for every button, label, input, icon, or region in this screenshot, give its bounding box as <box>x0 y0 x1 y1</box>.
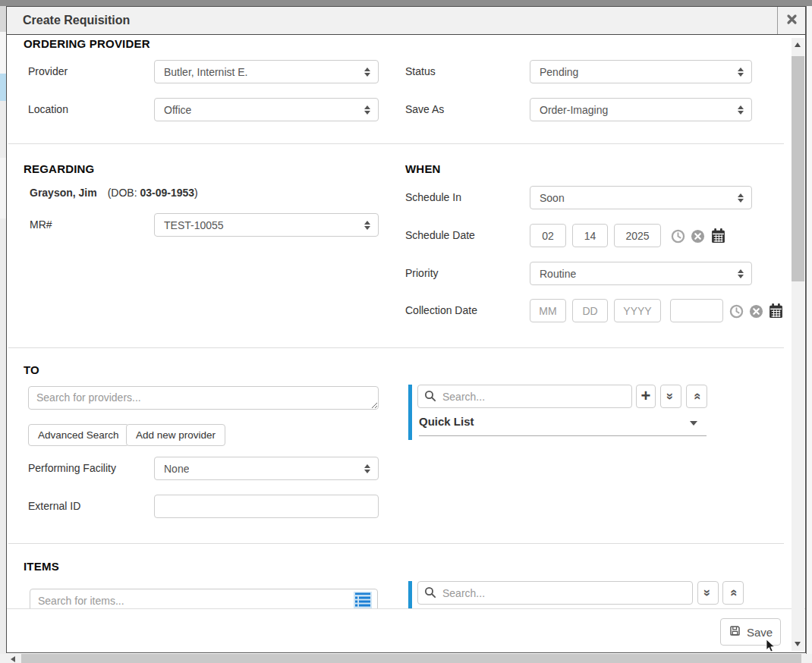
status-select-value: Pending <box>540 66 578 78</box>
save-as-select[interactable]: Order-Imaging <box>530 98 752 121</box>
provider-quick-search <box>417 385 632 408</box>
status-select[interactable]: Pending <box>530 60 752 83</box>
collection-month-input[interactable] <box>530 299 566 322</box>
double-chevron-down-icon: » <box>665 393 678 400</box>
section-divider <box>8 143 784 144</box>
caret-down-icon <box>690 421 697 426</box>
horizontal-scrollbar-thumb[interactable] <box>21 654 801 663</box>
select-arrows-icon <box>738 68 744 77</box>
close-button[interactable] <box>777 7 805 34</box>
schedule-date-label: Schedule Date <box>405 224 475 247</box>
collection-time-input[interactable] <box>670 299 723 322</box>
performing-facility-select[interactable]: None <box>154 457 379 480</box>
dob-prefix: (DOB: <box>108 187 137 199</box>
clock-icon[interactable] <box>671 229 685 244</box>
collapse-all-button[interactable]: » <box>686 385 707 408</box>
regarding-heading: REGARDING <box>24 162 94 175</box>
modal-vertical-scrollbar[interactable] <box>792 38 804 651</box>
performing-facility-select-value: None <box>164 463 189 475</box>
dob-suffix: ) <box>194 187 198 199</box>
calendar-icon[interactable] <box>710 228 726 244</box>
location-select-value: Office <box>164 104 191 116</box>
select-arrows-icon <box>364 221 370 230</box>
vertical-scrollbar-thumb[interactable] <box>792 56 804 281</box>
save-icon <box>729 624 741 639</box>
when-heading: WHEN <box>405 162 441 175</box>
page-left-blue-fragment <box>0 74 6 101</box>
double-chevron-down-icon: » <box>702 589 715 596</box>
page-top-strip <box>0 0 812 6</box>
mr-number-select-value: TEST-10055 <box>164 219 224 231</box>
page-left-fragment <box>0 158 6 218</box>
double-chevron-up-icon: » <box>727 589 740 596</box>
items-heading: ITEMS <box>24 560 59 573</box>
patient-info: Grayson, Jim(DOB: 03-09-1953) <box>30 187 198 199</box>
save-button-label: Save <box>747 626 773 639</box>
collection-day-input[interactable] <box>572 299 608 322</box>
save-button[interactable]: Save <box>720 618 781 646</box>
schedule-in-select[interactable]: Soon <box>530 186 752 209</box>
modal-footer: Save <box>7 608 805 652</box>
expand-all-button[interactable]: » <box>660 385 681 408</box>
modal-title: Create Requisition <box>23 7 130 34</box>
provider-select-value: Butler, Internist E. <box>164 66 248 78</box>
priority-select[interactable]: Routine <box>530 262 752 285</box>
item-quick-search <box>417 581 693 605</box>
provider-quick-search-input[interactable] <box>417 385 632 408</box>
page-right-strip <box>806 6 812 654</box>
advanced-search-button[interactable]: Advanced Search <box>28 424 129 446</box>
section-divider <box>8 347 784 348</box>
patient-name: Grayson, Jim <box>30 187 97 199</box>
calendar-icon[interactable] <box>768 303 784 319</box>
clock-icon[interactable] <box>729 304 744 319</box>
scroll-down-arrow-icon[interactable] <box>795 642 801 646</box>
external-id-input[interactable] <box>154 495 379 518</box>
external-id-label: External ID <box>28 495 80 518</box>
provider-label: Provider <box>28 60 68 83</box>
to-heading: TO <box>24 363 39 376</box>
quick-list-accent-bar <box>408 385 412 440</box>
double-chevron-up-icon: » <box>691 393 703 400</box>
dob-value: 03-09-1953 <box>140 187 194 199</box>
quick-list-label: Quick List <box>419 415 474 428</box>
schedule-year-input[interactable] <box>614 224 661 247</box>
collapse-all-button[interactable]: » <box>722 581 744 605</box>
schedule-day-input[interactable] <box>572 224 608 247</box>
scroll-up-arrow-icon[interactable] <box>795 42 801 47</box>
expand-all-button[interactable]: » <box>697 581 719 605</box>
mr-number-select[interactable]: TEST-10055 <box>154 213 379 237</box>
schedule-month-input[interactable] <box>530 224 566 247</box>
priority-label: Priority <box>405 262 439 285</box>
select-arrows-icon <box>738 193 744 203</box>
modal-body: ORDERING PROVIDER Provider Butler, Inter… <box>7 35 805 608</box>
collection-year-input[interactable] <box>614 299 661 322</box>
scroll-left-arrow-icon[interactable] <box>11 656 15 662</box>
item-list-icon[interactable] <box>354 592 372 608</box>
quick-list-header[interactable]: Quick List <box>419 415 707 436</box>
performing-facility-label: Performing Facility <box>28 457 116 480</box>
add-new-provider-button[interactable]: Add new provider <box>126 424 225 446</box>
section-divider <box>8 543 784 544</box>
close-icon <box>786 14 798 28</box>
ordering-provider-heading: ORDERING PROVIDER <box>24 37 150 50</box>
provider-select[interactable]: Butler, Internist E. <box>154 60 379 83</box>
clear-date-icon[interactable] <box>691 229 705 244</box>
item-quick-search-input[interactable] <box>417 581 693 605</box>
select-arrows-icon <box>364 464 370 473</box>
priority-select-value: Routine <box>540 268 576 280</box>
plus-icon: + <box>641 388 651 404</box>
schedule-in-label: Schedule In <box>405 186 461 209</box>
item-search-input[interactable] <box>30 589 378 608</box>
save-as-select-value: Order-Imaging <box>540 104 608 116</box>
save-as-label: Save As <box>405 98 444 121</box>
add-to-quick-list-button[interactable]: + <box>636 385 656 408</box>
select-arrows-icon <box>738 105 744 115</box>
provider-search-input[interactable] <box>28 386 379 410</box>
search-icon <box>424 586 436 602</box>
create-requisition-modal: Create Requisition ORDERING PROVIDER Pro… <box>6 6 806 653</box>
clear-date-icon[interactable] <box>749 304 763 319</box>
page-left-strip <box>0 6 6 654</box>
items-accent-bar <box>408 581 412 608</box>
page-horizontal-scrollbar[interactable] <box>0 654 812 663</box>
location-select[interactable]: Office <box>154 98 379 121</box>
